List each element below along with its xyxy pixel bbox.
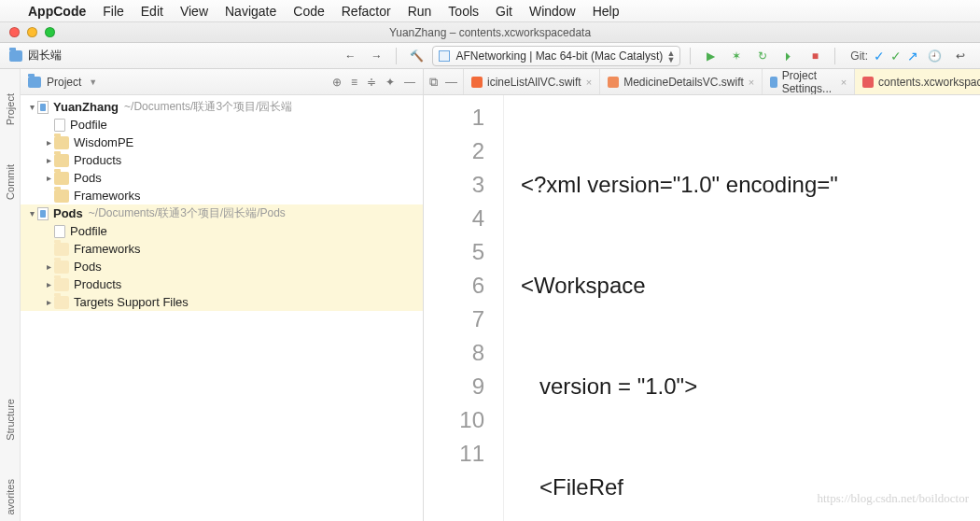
git-update-button[interactable]: ✓ [874,49,885,63]
menubar-edit[interactable]: Edit [141,4,163,19]
tree-item[interactable]: ▸Frameworks [21,187,423,204]
swift-icon [608,77,619,88]
breadcrumb[interactable]: 园长端 [0,48,71,63]
chevron-down-icon[interactable]: ▾ [26,208,37,218]
stripe-project[interactable]: Project [2,88,19,131]
profile-button[interactable]: ⏵ [778,46,799,66]
chevron-updown-icon: ▲▼ [666,50,675,63]
watermark: https://blog.csdn.net/boildoctor [818,482,970,515]
menubar-help[interactable]: Help [593,4,620,19]
tree-item[interactable]: ▸WisdomPE [21,134,423,151]
xcode-project-icon [37,101,49,114]
xcworkspace-icon [862,77,874,88]
build-hammer-icon[interactable]: 🔨 [406,46,427,66]
tree-item[interactable]: ▸Products [21,275,423,293]
tree-item[interactable]: ▸Podfile [21,222,423,240]
chevron-down-icon[interactable]: ▼ [89,77,97,87]
chevron-down-icon[interactable]: ▾ [26,102,37,112]
line-gutter: 1234567891011 [424,95,504,521]
window-title: YuanZhang – contents.xcworkspacedata [389,26,591,39]
chevron-right-icon[interactable]: ▸ [43,137,54,148]
editor-tab-active[interactable]: contents.xcworkspacedata [855,69,980,94]
menubar-run[interactable]: Run [408,4,432,19]
gutter-icon[interactable]: — [445,75,457,89]
zoom-window-button[interactable] [45,27,55,37]
menubar-tools[interactable]: Tools [448,4,479,19]
menubar-file[interactable]: File [103,4,124,19]
hide-panel-icon[interactable]: — [404,76,415,89]
menubar-git[interactable]: Git [496,4,512,19]
separator [834,48,835,64]
tree-item[interactable]: ▸Targets Support Files [21,293,423,311]
window-titlebar: YuanZhang – contents.xcworkspacedata [0,22,980,43]
menubar-refactor[interactable]: Refactor [342,4,391,19]
mac-menubar: AppCode File Edit View Navigate Code Ref… [0,0,980,22]
git-history-button[interactable]: 🕘 [924,46,945,66]
panel-title[interactable]: Project [47,76,81,89]
stripe-favorites[interactable]: avorites [3,473,18,521]
toolbar: 园长端 ← → 🔨 AFNetworking | Mac 64-bit (Mac… [0,43,980,69]
folder-icon [54,278,69,291]
tool-window-stripe: Project Commit Structure avorites [0,69,21,521]
menubar-app[interactable]: AppCode [28,4,86,19]
chevron-right-icon[interactable]: ▸ [43,173,54,183]
nav-fwd-button[interactable]: → [366,46,386,66]
tree-item[interactable]: ▸Pods [21,169,423,187]
gutter-icon[interactable]: ⧉ [429,75,438,90]
editor-tabbar: ⧉ — icineListAllVC.swift× MedicineDetail… [424,69,980,95]
editor-tab[interactable]: Project Settings...× [763,69,855,94]
project-panel-header: Project ▼ ⊕ ≡ ≑ ✦ — [21,69,423,95]
file-icon [54,119,65,132]
close-icon[interactable]: × [586,77,592,88]
run-scheme-selector[interactable]: AFNetworking | Mac 64-bit (Mac Catalyst)… [432,46,680,66]
git-label: Git: [850,49,868,63]
chevron-right-icon[interactable]: ▸ [43,155,54,165]
scheme-icon [439,50,450,62]
menubar-window[interactable]: Window [529,4,576,19]
collapse-icon[interactable]: ≑ [367,76,376,89]
stop-button[interactable]: ■ [805,46,825,66]
folder-icon [54,243,69,256]
settings-icon[interactable]: ✦ [385,76,395,89]
menubar-view[interactable]: View [180,4,208,19]
breadcrumb-label: 园长端 [28,48,62,63]
tree-item[interactable]: ▸Products [21,151,423,169]
folder-icon [54,172,69,185]
debug-button[interactable]: ✶ [726,46,747,66]
chevron-right-icon[interactable]: ▸ [43,279,54,289]
tree-item[interactable]: ▸Frameworks [21,240,423,258]
run-button[interactable]: ▶ [700,46,721,66]
git-rollback-button[interactable]: ↩ [950,46,971,66]
git-commit-button[interactable]: ✓ [890,49,902,63]
code-editor[interactable]: 1234567891011 <?xml version="1.0" encodi… [424,95,980,521]
close-icon[interactable]: × [749,77,754,88]
editor-tab[interactable]: MedicineDetailsVC.swift× [600,69,763,94]
minimize-window-button[interactable] [27,27,37,37]
close-window-button[interactable] [9,27,20,37]
stripe-structure[interactable]: Structure [3,393,18,446]
tree-root[interactable]: ▾ YuanZhang ~/Documents/联通3个项目/园长端 [21,98,423,116]
close-icon[interactable]: × [841,77,847,88]
project-panel: Project ▼ ⊕ ≡ ≑ ✦ — ▾ YuanZhang ~/Docume… [21,69,424,521]
project-settings-icon [770,77,777,88]
locate-icon[interactable]: ⊕ [332,76,342,89]
folder-icon [54,136,69,149]
chevron-right-icon[interactable]: ▸ [43,297,54,307]
chevron-right-icon[interactable]: ▸ [43,261,54,272]
stripe-commit[interactable]: Commit [3,159,18,205]
menubar-navigate[interactable]: Navigate [225,4,276,19]
folder-icon [54,260,69,274]
separator [396,48,397,64]
nav-back-button[interactable]: ← [340,46,360,66]
coverage-button[interactable]: ↻ [752,46,773,66]
tree-root[interactable]: ▾ Pods ~/Documents/联通3个项目/园长端/Pods [21,204,423,222]
code-content[interactable]: <?xml version="1.0" encoding=" <Workspac… [504,95,980,521]
expand-icon[interactable]: ≡ [351,76,357,89]
menubar-code[interactable]: Code [293,4,324,19]
project-tree[interactable]: ▾ YuanZhang ~/Documents/联通3个项目/园长端 ▸Podf… [21,95,423,521]
tree-path: ~/Documents/联通3个项目/园长端/Pods [89,205,286,221]
git-push-button[interactable]: ↗ [907,49,918,63]
tree-item[interactable]: ▸Pods [21,258,423,275]
tree-item[interactable]: ▸Podfile [21,116,423,134]
editor-tab[interactable]: icineListAllVC.swift× [464,69,600,94]
